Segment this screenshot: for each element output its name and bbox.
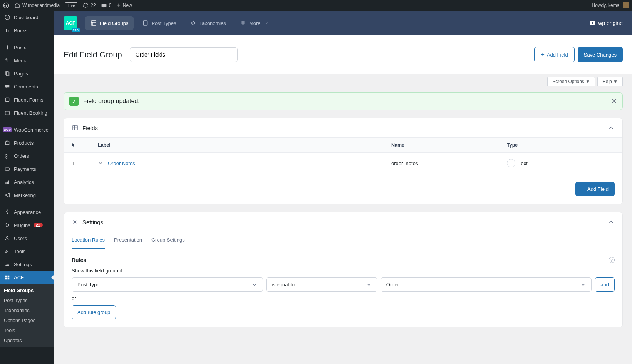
grid-icon xyxy=(240,20,246,26)
tab-location-rules[interactable]: Location Rules xyxy=(72,232,105,249)
svg-rect-31 xyxy=(593,24,595,25)
booking-icon xyxy=(4,109,11,116)
collapse-icon[interactable] xyxy=(608,124,615,131)
collapse-icon[interactable] xyxy=(608,219,615,225)
svg-point-13 xyxy=(7,236,8,238)
svg-rect-24 xyxy=(590,21,592,22)
sub-taxonomies[interactable]: Taxonomies xyxy=(0,306,54,316)
sidebar-item-pages[interactable]: Pages xyxy=(0,67,54,80)
sub-updates[interactable]: Updates xyxy=(0,336,54,341)
svg-rect-18 xyxy=(91,21,96,25)
sidebar-item-payments[interactable]: Payments xyxy=(0,162,54,175)
nav-taxonomies[interactable]: Taxonomies xyxy=(185,16,231,30)
payments-icon xyxy=(4,165,11,172)
media-icon xyxy=(4,57,11,64)
svg-point-33 xyxy=(74,221,76,223)
sub-field-groups[interactable]: Field Groups xyxy=(0,286,54,296)
tag-icon xyxy=(190,20,196,26)
bricks-icon: b xyxy=(4,27,11,34)
sidebar-item-products[interactable]: Products xyxy=(0,136,54,149)
wp-engine-logo[interactable]: wp engine xyxy=(590,20,623,26)
svg-rect-30 xyxy=(592,24,593,25)
sidebar-item-settings[interactable]: Settings xyxy=(0,258,54,271)
fields-title: Fields xyxy=(82,125,98,131)
nav-field-groups[interactable]: Field Groups xyxy=(85,16,134,30)
chevron-down-icon[interactable] xyxy=(98,160,103,166)
svg-rect-25 xyxy=(592,21,593,22)
help-button[interactable]: Help ▼ xyxy=(597,77,623,86)
wp-logo[interactable] xyxy=(3,2,9,8)
svg-point-2 xyxy=(7,60,8,61)
svg-rect-19 xyxy=(144,21,147,25)
plugin-badge: 22 xyxy=(34,223,43,227)
sidebar-item-dashboard[interactable]: Dashboard xyxy=(0,11,54,24)
new-link[interactable]: +New xyxy=(117,2,132,9)
svg-rect-12 xyxy=(8,181,9,184)
sidebar-item-media[interactable]: Media xyxy=(0,54,54,67)
add-field-button-bottom[interactable]: +Add Field xyxy=(575,182,615,196)
svg-rect-32 xyxy=(73,125,77,130)
sub-options-pages[interactable]: Options Pages xyxy=(0,316,54,326)
sidebar-item-woocommerce[interactable]: wooWooCommerce xyxy=(0,123,54,136)
rule-param-select[interactable]: Post Type xyxy=(72,277,263,292)
sidebar-submenu: Field Groups Post Types Taxonomies Optio… xyxy=(0,284,54,341)
sidebar-item-posts[interactable]: Posts xyxy=(0,41,54,54)
sidebar-item-marketing[interactable]: Marketing xyxy=(0,189,54,202)
text-type-icon: T xyxy=(507,159,515,167)
sub-post-types[interactable]: Post Types xyxy=(0,296,54,306)
nav-more[interactable]: More xyxy=(235,16,274,30)
site-link[interactable]: Wunderlandmedia xyxy=(15,3,60,8)
success-icon: ✓ xyxy=(69,97,79,106)
and-button[interactable]: and xyxy=(595,277,615,292)
sidebar-item-bricks[interactable]: bBricks xyxy=(0,24,54,37)
chevron-down-icon xyxy=(252,282,257,287)
comments-icon xyxy=(4,83,11,90)
svg-rect-7 xyxy=(5,111,10,115)
add-field-button[interactable]: +Add Field xyxy=(534,47,574,62)
svg-rect-17 xyxy=(8,278,10,280)
field-label-link[interactable]: Order Notes xyxy=(108,160,135,166)
chevron-down-icon xyxy=(264,21,268,25)
svg-rect-15 xyxy=(8,276,10,277)
plus-icon: + xyxy=(541,51,544,58)
sidebar-item-orders[interactable]: Orders xyxy=(0,149,54,162)
nav-post-types[interactable]: Post Types xyxy=(137,16,181,30)
svg-rect-10 xyxy=(5,182,6,184)
gear-icon xyxy=(72,219,79,225)
svg-rect-6 xyxy=(5,98,9,101)
tab-presentation[interactable]: Presentation xyxy=(114,232,142,249)
screen-options-button[interactable]: Screen Options ▼ xyxy=(547,77,595,86)
sidebar-item-acf[interactable]: ACF xyxy=(0,271,54,284)
sidebar-item-tools[interactable]: Tools xyxy=(0,245,54,258)
rule-operator-select[interactable]: is equal to xyxy=(266,277,377,292)
notice-close-button[interactable]: ✕ xyxy=(611,97,617,105)
add-rule-group-button[interactable]: Add rule group xyxy=(72,305,116,319)
field-group-title-input[interactable] xyxy=(130,47,238,62)
layout-icon xyxy=(91,20,97,26)
fluent-forms-icon xyxy=(4,96,11,103)
comments-link[interactable]: 0 xyxy=(101,3,112,8)
sidebar-item-fluent-forms[interactable]: Fluent Forms xyxy=(0,93,54,106)
woo-icon: woo xyxy=(3,127,12,132)
pages-icon xyxy=(4,70,11,77)
rule-value-select[interactable]: Order xyxy=(381,277,592,292)
field-row[interactable]: 1 Order Notes order_notes TText xyxy=(64,153,622,174)
help-icon[interactable]: ? xyxy=(609,257,615,263)
sidebar-item-appearance[interactable]: Appearance xyxy=(0,205,54,219)
save-changes-button[interactable]: Save Changes xyxy=(578,47,623,62)
rules-label: Show this field group if xyxy=(72,268,615,274)
sidebar-item-users[interactable]: Users xyxy=(0,232,54,245)
updates-link[interactable]: 22 xyxy=(83,3,96,8)
sidebar-item-fluent-booking[interactable]: Fluent Booking xyxy=(0,106,54,119)
svg-rect-23 xyxy=(243,23,245,25)
sidebar-item-plugins[interactable]: Plugins22 xyxy=(0,219,54,232)
sidebar-item-analytics[interactable]: Analytics xyxy=(0,175,54,189)
pin-icon xyxy=(4,44,11,51)
tab-group-settings[interactable]: Group Settings xyxy=(151,232,185,249)
dashboard-icon xyxy=(4,14,11,21)
sub-tools[interactable]: Tools xyxy=(0,326,54,336)
howdy-user[interactable]: Howdy, kemal xyxy=(592,2,629,8)
acf-logo[interactable]: ACFPRO xyxy=(64,16,77,30)
page-header: Edit Field Group +Add Field Save Changes xyxy=(54,35,632,74)
sidebar-item-comments[interactable]: Comments xyxy=(0,80,54,93)
